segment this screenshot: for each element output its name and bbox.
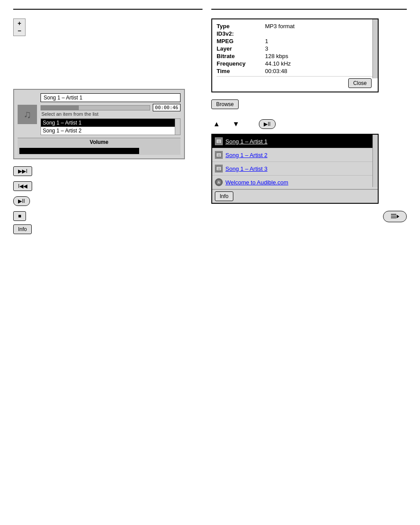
svg-text:♫: ♫ bbox=[217, 153, 220, 157]
browse-item-3[interactable]: ♫ Song 1 – Artist 3 bbox=[212, 162, 378, 176]
svg-marker-11 bbox=[397, 215, 399, 218]
info-panel: Type MP3 format ID3v2: MPEG 1 Layer 3 Bi… bbox=[211, 18, 379, 92]
info-label-browse: Info bbox=[220, 193, 228, 199]
info-row-mpeg: MPEG 1 bbox=[217, 38, 373, 44]
close-button[interactable]: Close bbox=[348, 78, 372, 88]
info-row-bitrate: Bitrate 128 kbps bbox=[217, 53, 373, 59]
info-label-mpeg: MPEG bbox=[217, 38, 256, 44]
playpause-icon-right: ▶II bbox=[264, 121, 271, 127]
player-list-item-1[interactable]: Song 1 – Artist 1 bbox=[41, 119, 180, 127]
browse-item-icon-3: ♫ bbox=[215, 165, 223, 173]
volume-minus[interactable]: − bbox=[18, 27, 21, 35]
playlist-icon bbox=[391, 213, 399, 220]
arrow-down-button[interactable]: ▼ bbox=[231, 119, 241, 129]
player-hint: Select an item from the list bbox=[41, 111, 181, 117]
browse-item-icon-2: ♫ bbox=[215, 151, 223, 159]
svg-text:♫: ♫ bbox=[217, 167, 220, 171]
browse-item-text-3: Song 1 – Artist 3 bbox=[225, 165, 267, 172]
arrow-up-icon: ▲ bbox=[213, 120, 220, 128]
browse-item-2[interactable]: ♫ Song 1 – Artist 2 bbox=[212, 148, 378, 162]
info-label-time: Time bbox=[217, 68, 256, 74]
svg-text:A: A bbox=[217, 180, 220, 184]
player-list[interactable]: Song 1 – Artist 1 Song 1 – Artist 2 bbox=[41, 118, 181, 135]
player-widget: ♫ Song 1 – Artist 1 00:00:46 Select an i… bbox=[13, 89, 185, 159]
info-label-layer: Layer bbox=[217, 45, 256, 52]
info-value-mpeg: 1 bbox=[265, 38, 268, 44]
browse-item-4[interactable]: A Welcome to Audible.com bbox=[212, 176, 378, 189]
prev-icon: I◀◀ bbox=[18, 183, 27, 189]
browse-item-1[interactable]: ♫ Song 1 – Artist 1 bbox=[212, 135, 378, 148]
browse-list-footer: Info bbox=[212, 189, 378, 203]
player-center: Song 1 – Artist 1 00:00:46 Select an ite… bbox=[41, 93, 181, 135]
info-panel-footer: Close bbox=[217, 76, 373, 88]
playpause-button-right[interactable]: ▶II bbox=[259, 119, 276, 129]
info-button-browse[interactable]: Info bbox=[215, 191, 233, 201]
info-row-frequency: Frequency 44.10 kHz bbox=[217, 60, 373, 67]
right-column: Type MP3 format ID3v2: MPEG 1 Layer 3 Bi… bbox=[211, 9, 407, 238]
info-value-type: MP3 format bbox=[265, 23, 295, 29]
right-divider bbox=[211, 9, 407, 10]
left-divider bbox=[13, 9, 203, 10]
browse-item-text-1: Song 1 – Artist 1 bbox=[225, 138, 267, 145]
stop-button[interactable]: ■ bbox=[13, 211, 26, 221]
info-value-frequency: 44.10 kHz bbox=[265, 60, 291, 67]
info-row-type: Type MP3 format bbox=[217, 23, 373, 29]
info-label-left: Info bbox=[18, 226, 27, 232]
player-time: 00:00:46 bbox=[153, 104, 181, 111]
progress-bar[interactable] bbox=[41, 105, 150, 110]
arrow-down-icon: ▼ bbox=[232, 120, 239, 128]
left-column: + − ♫ Song 1 – Artist 1 00:00:46 Select bbox=[13, 9, 203, 238]
info-row-time: Time 00:03:48 bbox=[217, 68, 373, 74]
next-icon: ▶▶I bbox=[18, 168, 27, 174]
prev-button[interactable]: I◀◀ bbox=[13, 181, 32, 191]
info-panel-scrollbar[interactable] bbox=[372, 19, 378, 78]
info-value-bitrate: 128 kbps bbox=[265, 53, 288, 59]
next-button[interactable]: ▶▶I bbox=[13, 166, 32, 176]
info-label-bitrate: Bitrate bbox=[217, 53, 256, 59]
browse-label: Browse bbox=[216, 101, 234, 107]
progress-fill bbox=[41, 106, 79, 110]
close-label: Close bbox=[353, 80, 367, 86]
volume-bar-row bbox=[18, 146, 181, 155]
info-row-id3: ID3v2: bbox=[217, 30, 373, 37]
info-row-layer: Layer 3 bbox=[217, 45, 373, 52]
arrow-up-button[interactable]: ▲ bbox=[211, 119, 222, 129]
info-button-left[interactable]: Info bbox=[13, 224, 32, 234]
info-value-time: 00:03:48 bbox=[265, 68, 287, 74]
browse-button[interactable]: Browse bbox=[211, 99, 239, 109]
player-list-item-2[interactable]: Song 1 – Artist 2 bbox=[41, 127, 180, 135]
album-art: ♫ bbox=[18, 105, 37, 124]
browse-item-text-4: Welcome to Audible.com bbox=[225, 179, 288, 186]
playlist-button[interactable] bbox=[383, 211, 407, 222]
svg-text:♫: ♫ bbox=[217, 140, 220, 143]
volume-bar[interactable] bbox=[19, 148, 139, 154]
playpause-button[interactable]: ▶II bbox=[13, 196, 30, 206]
volume-plus[interactable]: + bbox=[18, 20, 21, 27]
volume-knob[interactable]: + − bbox=[13, 18, 26, 36]
browse-item-icon-1: ♫ bbox=[215, 137, 223, 145]
browse-list: ♫ Song 1 – Artist 1 ♫ Song 1 – Artist 2 … bbox=[211, 134, 379, 204]
browse-item-text-2: Song 1 – Artist 2 bbox=[225, 152, 267, 158]
info-label-type: Type bbox=[217, 23, 256, 29]
playpause-icon: ▶II bbox=[18, 198, 25, 204]
info-label-id3: ID3v2: bbox=[217, 30, 256, 37]
volume-label: Volume bbox=[18, 138, 181, 146]
music-icon: ♫ bbox=[23, 108, 31, 121]
browse-item-icon-4: A bbox=[215, 178, 223, 186]
stop-icon: ■ bbox=[18, 213, 21, 219]
player-title: Song 1 – Artist 1 bbox=[41, 93, 181, 102]
player-list-scrollbar[interactable] bbox=[175, 119, 180, 135]
info-value-layer: 3 bbox=[265, 45, 268, 52]
arrow-row: ▲ ▼ bbox=[211, 119, 241, 129]
info-label-frequency: Frequency bbox=[217, 60, 256, 67]
browse-list-scrollbar[interactable] bbox=[372, 135, 378, 187]
